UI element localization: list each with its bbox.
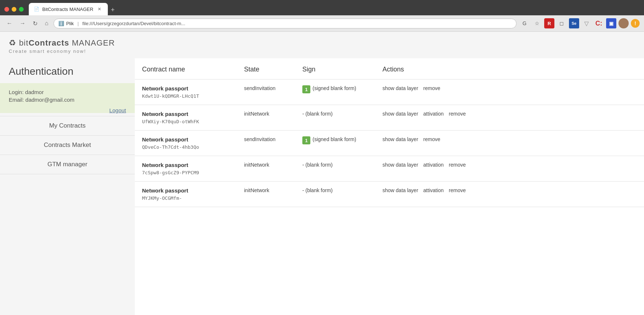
minimize-button[interactable] (12, 7, 16, 12)
tab-title: BitContracts MANAGER (42, 7, 93, 12)
address-protocol: Plik (66, 21, 74, 26)
contract-name-cell: Network passportKdwt1U-kQDMGR-LHcQ1T (135, 79, 237, 105)
address-url: file:///Users/grzegorzdurtan/Devel/bitco… (82, 21, 185, 26)
state-cell: sendInvitation (237, 131, 295, 156)
se-extension-icon[interactable]: Se (569, 18, 579, 28)
contract-name-cell: Network passportUfWXiy-K70quD-otWhFK (135, 105, 237, 131)
traffic-lights (4, 7, 26, 12)
logout-button[interactable]: Logout (109, 107, 126, 113)
table-header-row: Contract name State Sign Actions (135, 58, 644, 79)
app-brand: ♻ bitContracts MANAGER (9, 38, 635, 48)
forward-button[interactable]: → (17, 19, 28, 28)
state-cell: initNetwork (237, 105, 295, 131)
contract-name: Network passport (142, 136, 229, 143)
th-sign: Sign (295, 58, 375, 79)
state-cell: initNetwork (237, 182, 295, 207)
actions-cell: show data layerattivationremove (375, 182, 644, 207)
star-icon[interactable]: ☆ (532, 18, 542, 28)
sq-extension-icon[interactable]: ▣ (606, 18, 616, 28)
th-contract-name: Contract name (135, 58, 237, 79)
sign-cell: - (blank form) (295, 156, 375, 182)
sign-text: (signed blank form) (313, 136, 356, 142)
address-bar[interactable]: ℹ️ Plik | file:///Users/grzegorzdurtan/D… (54, 19, 517, 28)
content-area: Contract name State Sign Actions Network… (135, 58, 644, 315)
action-remove[interactable]: remove (423, 136, 440, 142)
c-extension-icon[interactable]: C: (594, 18, 604, 28)
info-icon: ℹ️ (58, 21, 64, 26)
app-container: ♻ bitContracts MANAGER Create smart econ… (0, 32, 644, 315)
alert-icon[interactable]: ! (631, 19, 640, 28)
sign-text: - (blank form) (302, 187, 333, 193)
state-cell: sendInvitation (237, 79, 295, 105)
refresh-button[interactable]: ↻ (31, 19, 40, 28)
actions-cell: show data layerremove (375, 131, 644, 156)
sidebar-nav: My Contracts Contracts Market GTM manage… (0, 116, 135, 174)
action-remove[interactable]: remove (423, 85, 440, 91)
action-remove[interactable]: remove (449, 187, 466, 193)
sidebar: Authentication Login: dadmor Email: dadm… (0, 58, 135, 315)
table-row: Network passportMYJKMy-OCGMfm-initNetwor… (135, 182, 644, 207)
fullscreen-button[interactable] (19, 7, 24, 12)
sidebar-item-contracts-market[interactable]: Contracts Market (0, 136, 135, 155)
tab-close-button[interactable]: ✕ (96, 6, 103, 12)
sign-cell: 1(signed blank form) (295, 131, 375, 156)
th-actions: Actions (375, 58, 644, 79)
contract-id: UfWXiy-K70quD-otWhFK (142, 119, 199, 124)
sign-badge: 1 (302, 85, 310, 93)
sidebar-item-gtm-manager[interactable]: GTM manager (0, 155, 135, 174)
v-extension-icon[interactable]: ▽ (581, 18, 592, 28)
action-show-data-layer[interactable]: show data layer (382, 187, 418, 193)
contract-id: QDveCo-Th7Cdt-4hb3Qo (142, 144, 199, 150)
navigation-bar: ← → ↻ ⌂ ℹ️ Plik | file:///Users/grzegorz… (0, 15, 644, 32)
user-avatar[interactable] (619, 18, 629, 28)
sign-cell: 1(signed blank form) (295, 79, 375, 105)
sign-text: (signed blank form) (313, 85, 356, 91)
close-button[interactable] (4, 7, 9, 12)
action-attivation[interactable]: attivation (423, 187, 444, 193)
home-button[interactable]: ⌂ (43, 19, 51, 28)
sign-cell: - (blank form) (295, 182, 375, 207)
new-tab-button[interactable]: + (108, 5, 118, 15)
contract-name-cell: Network passportQDveCo-Th7Cdt-4hb3Qo (135, 131, 237, 156)
active-tab[interactable]: 📄 BitContracts MANAGER ✕ (29, 3, 108, 15)
sign-cell: - (blank form) (295, 105, 375, 131)
sign-text: - (blank form) (302, 162, 333, 168)
actions-cell: show data layerattivationremove (375, 156, 644, 182)
action-show-data-layer[interactable]: show data layer (382, 136, 418, 142)
contract-name-cell: Network passportMYJKMy-OCGMfm- (135, 182, 237, 207)
action-show-data-layer[interactable]: show data layer (382, 162, 418, 168)
action-show-data-layer[interactable]: show data layer (382, 85, 418, 91)
brand-icon: ♻ (9, 38, 16, 47)
main-layout: Authentication Login: dadmor Email: dadm… (0, 58, 644, 315)
auth-email: Email: dadmor@gmail.com (9, 97, 126, 103)
table-row: Network passport7cSpw8-gsGcZ9-PYPCM9init… (135, 156, 644, 182)
actions-cell: show data layerattivationremove (375, 105, 644, 131)
app-header: ♻ bitContracts MANAGER Create smart econ… (0, 32, 644, 58)
sidebar-item-my-contracts[interactable]: My Contracts (0, 116, 135, 136)
sign-badge: 1 (302, 136, 310, 144)
action-attivation[interactable]: attivation (423, 111, 444, 117)
contract-name: Network passport (142, 85, 229, 92)
nav-extension-icons: G ☆ R ◻ Se ▽ C: ▣ ! (519, 18, 640, 28)
tab-bar: 📄 BitContracts MANAGER ✕ + (29, 3, 640, 15)
contract-name-cell: Network passport7cSpw8-gsGcZ9-PYPCM9 (135, 156, 237, 182)
back-button[interactable]: ← (4, 19, 15, 28)
translate-icon[interactable]: G (519, 18, 530, 28)
auth-box: Login: dadmor Email: dadmor@gmail.com Lo… (0, 83, 135, 113)
square-icon[interactable]: ◻ (557, 18, 567, 28)
contracts-table: Contract name State Sign Actions Network… (135, 58, 644, 207)
action-show-data-layer[interactable]: show data layer (382, 111, 418, 117)
contract-name: Network passport (142, 162, 229, 168)
action-remove[interactable]: remove (449, 111, 466, 117)
table-row: Network passportUfWXiy-K70quD-otWhFKinit… (135, 105, 644, 131)
contract-id: MYJKMy-OCGMfm- (142, 195, 182, 201)
action-attivation[interactable]: attivation (423, 162, 444, 168)
r-extension-icon[interactable]: R (544, 18, 554, 28)
brand-name: bitContracts MANAGER (19, 38, 115, 47)
action-remove[interactable]: remove (449, 162, 466, 168)
th-state: State (237, 58, 295, 79)
contract-name: Network passport (142, 111, 229, 117)
app-tagline: Create smart economy now! (9, 48, 635, 54)
auth-login: Login: dadmor (9, 89, 126, 95)
contract-id: 7cSpw8-gsGcZ9-PYPCM9 (142, 170, 199, 175)
